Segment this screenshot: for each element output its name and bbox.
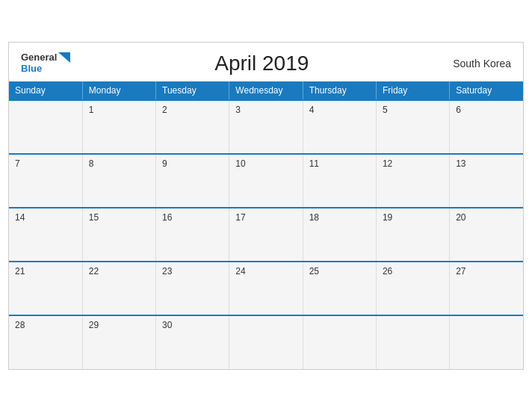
calendar-cell-w2-d0: 14	[9, 208, 82, 262]
week-row-3: 21222324252627	[9, 262, 523, 315]
calendar-cell-w2-d3: 17	[229, 208, 303, 262]
week-row-1: 78910111213	[9, 154, 523, 208]
calendar-cell-w4-d1: 29	[82, 315, 155, 369]
calendar-grid: Sunday Monday Tuesday Wednesday Thursday…	[9, 81, 523, 369]
calendar-cell-w3-d6: 27	[450, 262, 523, 315]
day-number: 6	[456, 105, 461, 115]
day-number: 25	[309, 266, 319, 276]
calendar-cell-w4-d3	[229, 315, 303, 369]
calendar-title: April 2019	[70, 52, 453, 75]
calendar-cell-w1-d6: 13	[450, 154, 523, 208]
header-thursday: Thursday	[303, 81, 376, 100]
day-number: 30	[162, 320, 172, 330]
calendar-cell-w4-d6	[450, 315, 523, 369]
day-number: 22	[89, 266, 99, 276]
weekday-header-row: Sunday Monday Tuesday Wednesday Thursday…	[9, 81, 523, 100]
calendar-cell-w1-d5: 12	[376, 154, 449, 208]
calendar-cell-w3-d5: 26	[376, 262, 449, 315]
day-number: 20	[456, 212, 466, 223]
calendar-cell-w2-d4: 18	[303, 208, 376, 262]
day-number: 4	[309, 105, 315, 115]
day-number: 26	[383, 266, 392, 276]
calendar-cell-w4-d0: 28	[9, 315, 82, 369]
day-number: 15	[89, 212, 99, 223]
brand-general-text: General	[21, 52, 57, 63]
day-number: 17	[235, 212, 245, 223]
calendar-cell-w3-d2: 23	[156, 262, 229, 315]
calendar-cell-w0-d5: 5	[376, 100, 449, 154]
calendar-container: General Blue April 2019 South Korea Sund…	[8, 42, 524, 370]
day-number: 5	[383, 105, 388, 115]
header-friday: Friday	[376, 81, 449, 100]
day-number: 8	[89, 158, 94, 169]
day-number: 23	[162, 266, 172, 276]
week-row-2: 14151617181920	[9, 208, 523, 262]
day-number: 29	[89, 320, 99, 330]
calendar-cell-w3-d3: 24	[229, 262, 303, 315]
day-number: 14	[15, 212, 25, 223]
day-number: 3	[235, 105, 241, 115]
calendar-cell-w0-d1: 1	[82, 100, 155, 154]
calendar-cell-w0-d0	[9, 100, 82, 154]
day-number: 18	[309, 212, 319, 223]
calendar-cell-w3-d1: 22	[82, 262, 155, 315]
week-row-4: 282930	[9, 315, 523, 369]
header-tuesday: Tuesday	[156, 81, 229, 100]
day-number: 27	[456, 266, 466, 276]
calendar-cell-w0-d4: 4	[303, 100, 376, 154]
day-number: 7	[15, 158, 20, 169]
calendar-cell-w0-d3: 3	[229, 100, 303, 154]
day-number: 11	[309, 158, 319, 169]
brand-flag-icon	[58, 52, 70, 63]
day-number: 9	[162, 158, 167, 169]
day-number: 10	[235, 158, 245, 169]
calendar-body: 1234567891011121314151617181920212223242…	[9, 100, 523, 369]
header-wednesday: Wednesday	[229, 81, 303, 100]
calendar-cell-w4-d4	[303, 315, 376, 369]
calendar-cell-w4-d5	[376, 315, 449, 369]
week-row-0: 123456	[9, 100, 523, 154]
header-saturday: Saturday	[450, 81, 523, 100]
calendar-cell-w2-d6: 20	[450, 208, 523, 262]
calendar-cell-w1-d0: 7	[9, 154, 82, 208]
calendar-cell-w1-d4: 11	[303, 154, 376, 208]
day-number: 19	[383, 212, 392, 223]
brand-logo: General Blue	[21, 52, 70, 74]
calendar-header: General Blue April 2019 South Korea	[9, 43, 523, 81]
calendar-cell-w0-d2: 2	[156, 100, 229, 154]
calendar-cell-w4-d2: 30	[156, 315, 229, 369]
day-number: 13	[456, 158, 466, 169]
calendar-cell-w1-d3: 10	[229, 154, 303, 208]
brand-blue-text: Blue	[21, 64, 70, 74]
day-number: 1	[89, 105, 94, 115]
day-number: 24	[235, 266, 245, 276]
calendar-cell-w3-d0: 21	[9, 262, 82, 315]
day-number: 28	[15, 320, 25, 330]
svg-marker-0	[58, 52, 70, 63]
calendar-cell-w0-d6: 6	[450, 100, 523, 154]
calendar-cell-w2-d5: 19	[376, 208, 449, 262]
day-number: 16	[162, 212, 172, 223]
calendar-cell-w2-d1: 15	[82, 208, 155, 262]
header-monday: Monday	[82, 81, 155, 100]
header-sunday: Sunday	[9, 81, 82, 100]
calendar-cell-w1-d2: 9	[156, 154, 229, 208]
calendar-region: South Korea	[453, 58, 511, 69]
day-number: 12	[383, 158, 392, 169]
day-number: 21	[15, 266, 25, 276]
day-number: 2	[162, 105, 167, 115]
calendar-cell-w2-d2: 16	[156, 208, 229, 262]
calendar-cell-w1-d1: 8	[82, 154, 155, 208]
calendar-cell-w3-d4: 25	[303, 262, 376, 315]
